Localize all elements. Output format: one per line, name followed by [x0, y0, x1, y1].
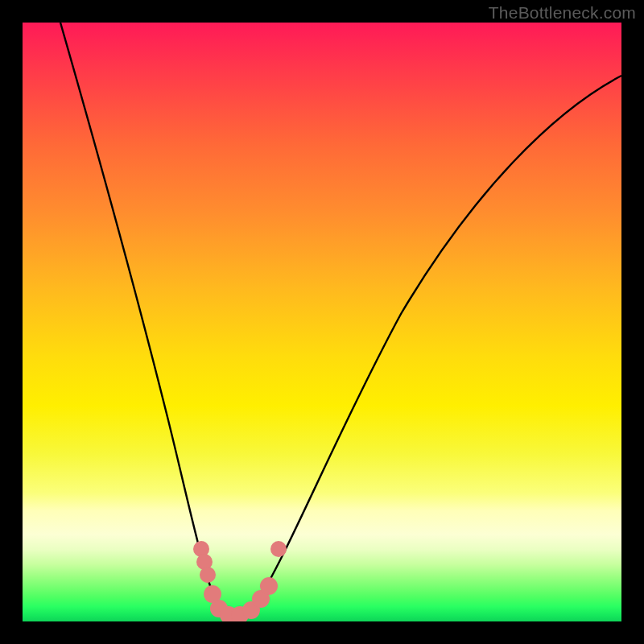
watermark-text: TheBottleneck.com	[489, 3, 636, 23]
chart-frame: TheBottleneck.com	[0, 0, 644, 644]
marker-dot	[200, 567, 216, 583]
marker-dot	[270, 541, 287, 557]
chart-plot-area	[23, 23, 621, 621]
marker-dot	[260, 577, 278, 595]
marker-group	[193, 541, 287, 621]
bottleneck-curve	[60, 23, 621, 618]
curve-svg	[23, 23, 621, 621]
